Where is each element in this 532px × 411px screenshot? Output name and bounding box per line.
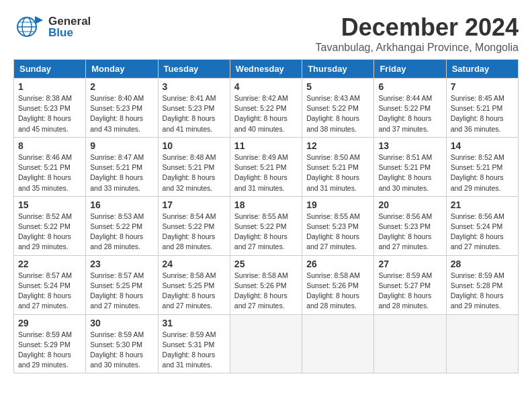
day-detail: Sunrise: 8:40 AM Sunset: 5:23 PM Dayligh… [90,93,153,134]
day-number: 25 [234,259,298,269]
day-number: 4 [234,81,298,92]
calendar-cell: 8Sunrise: 8:46 AM Sunset: 5:21 PM Daylig… [14,137,86,196]
day-number: 28 [451,259,514,269]
day-number: 19 [306,199,369,210]
calendar-cell: 7Sunrise: 8:45 AM Sunset: 5:21 PM Daylig… [446,79,518,138]
logo-text: General Blue [48,15,91,38]
day-detail: Sunrise: 8:56 AM Sunset: 5:24 PM Dayligh… [451,212,514,253]
calendar-cell: 9Sunrise: 8:47 AM Sunset: 5:21 PM Daylig… [86,137,158,196]
calendar-cell: 21Sunrise: 8:56 AM Sunset: 5:24 PM Dayli… [446,196,518,255]
day-number: 13 [378,140,441,151]
day-number: 22 [18,259,81,269]
calendar-cell: 27Sunrise: 8:59 AM Sunset: 5:27 PM Dayli… [374,255,446,314]
calendar-cell: 31Sunrise: 8:59 AM Sunset: 5:31 PM Dayli… [158,314,230,373]
day-detail: Sunrise: 8:59 AM Sunset: 5:30 PM Dayligh… [90,330,153,371]
calendar-header-tuesday: Tuesday [158,60,230,79]
day-detail: Sunrise: 8:53 AM Sunset: 5:22 PM Dayligh… [90,212,153,253]
day-number: 11 [234,140,298,151]
day-number: 20 [378,199,441,210]
calendar-cell: 4Sunrise: 8:42 AM Sunset: 5:22 PM Daylig… [230,79,302,138]
calendar-cell [446,314,518,373]
calendar-cell: 30Sunrise: 8:59 AM Sunset: 5:30 PM Dayli… [86,314,158,373]
day-detail: Sunrise: 8:52 AM Sunset: 5:22 PM Dayligh… [18,212,81,253]
logo-general-text: General [48,15,91,27]
calendar-cell: 19Sunrise: 8:55 AM Sunset: 5:23 PM Dayli… [302,196,374,255]
day-number: 7 [451,81,514,92]
calendar-cell: 5Sunrise: 8:43 AM Sunset: 5:22 PM Daylig… [302,79,374,138]
day-detail: Sunrise: 8:49 AM Sunset: 5:21 PM Dayligh… [234,152,298,193]
calendar-cell: 20Sunrise: 8:56 AM Sunset: 5:23 PM Dayli… [374,196,446,255]
page-header: General Blue December 2024 Tavanbulag, A… [13,13,519,54]
calendar-cell: 12Sunrise: 8:50 AM Sunset: 5:21 PM Dayli… [302,137,374,196]
calendar-header-thursday: Thursday [302,60,374,79]
day-detail: Sunrise: 8:57 AM Sunset: 5:24 PM Dayligh… [18,271,81,312]
calendar-cell [302,314,374,373]
day-number: 27 [378,259,441,269]
day-detail: Sunrise: 8:50 AM Sunset: 5:21 PM Dayligh… [306,152,369,193]
calendar-cell: 6Sunrise: 8:44 AM Sunset: 5:22 PM Daylig… [374,79,446,138]
day-detail: Sunrise: 8:51 AM Sunset: 5:21 PM Dayligh… [378,152,441,193]
calendar-cell: 26Sunrise: 8:58 AM Sunset: 5:26 PM Dayli… [302,255,374,314]
calendar-header-wednesday: Wednesday [230,60,302,79]
calendar-header-row: SundayMondayTuesdayWednesdayThursdayFrid… [14,60,519,79]
calendar-week-row: 1Sunrise: 8:38 AM Sunset: 5:23 PM Daylig… [14,79,519,138]
day-number: 30 [90,318,153,328]
svg-marker-5 [35,16,43,24]
calendar-cell: 2Sunrise: 8:40 AM Sunset: 5:23 PM Daylig… [86,79,158,138]
day-number: 15 [18,199,81,210]
day-detail: Sunrise: 8:55 AM Sunset: 5:22 PM Dayligh… [234,212,298,253]
day-detail: Sunrise: 8:59 AM Sunset: 5:31 PM Dayligh… [163,330,226,371]
day-number: 21 [451,199,514,210]
day-detail: Sunrise: 8:43 AM Sunset: 5:22 PM Dayligh… [306,93,369,134]
day-detail: Sunrise: 8:46 AM Sunset: 5:21 PM Dayligh… [18,152,81,193]
day-number: 12 [306,140,369,151]
calendar-cell [230,314,302,373]
calendar-cell: 17Sunrise: 8:54 AM Sunset: 5:22 PM Dayli… [158,196,230,255]
day-detail: Sunrise: 8:58 AM Sunset: 5:26 PM Dayligh… [234,271,298,312]
day-detail: Sunrise: 8:56 AM Sunset: 5:23 PM Dayligh… [378,212,441,253]
day-detail: Sunrise: 8:52 AM Sunset: 5:21 PM Dayligh… [451,152,514,193]
day-number: 17 [163,199,226,210]
day-number: 16 [90,199,153,210]
calendar-header-friday: Friday [374,60,446,79]
calendar-cell: 24Sunrise: 8:58 AM Sunset: 5:25 PM Dayli… [158,255,230,314]
day-detail: Sunrise: 8:47 AM Sunset: 5:21 PM Dayligh… [90,152,153,193]
calendar-cell: 23Sunrise: 8:57 AM Sunset: 5:25 PM Dayli… [86,255,158,314]
day-number: 6 [378,81,441,92]
day-number: 5 [306,81,369,92]
calendar-cell [374,314,446,373]
day-detail: Sunrise: 8:57 AM Sunset: 5:25 PM Dayligh… [90,271,153,312]
title-area: December 2024 Tavanbulag, Arkhangai Prov… [316,13,519,54]
day-number: 14 [451,140,514,151]
logo-icon [13,13,46,40]
day-number: 26 [306,259,369,269]
calendar-header-monday: Monday [86,60,158,79]
calendar-cell: 13Sunrise: 8:51 AM Sunset: 5:21 PM Dayli… [374,137,446,196]
calendar-cell: 18Sunrise: 8:55 AM Sunset: 5:22 PM Dayli… [230,196,302,255]
day-number: 9 [90,140,153,151]
day-number: 8 [18,140,81,151]
day-detail: Sunrise: 8:59 AM Sunset: 5:29 PM Dayligh… [18,330,81,371]
day-detail: Sunrise: 8:48 AM Sunset: 5:21 PM Dayligh… [163,152,226,193]
calendar-cell: 29Sunrise: 8:59 AM Sunset: 5:29 PM Dayli… [14,314,86,373]
month-title: December 2024 [316,13,519,42]
day-number: 31 [163,318,226,328]
day-number: 29 [18,318,81,328]
calendar-cell: 3Sunrise: 8:41 AM Sunset: 5:23 PM Daylig… [158,79,230,138]
calendar-week-row: 8Sunrise: 8:46 AM Sunset: 5:21 PM Daylig… [14,137,519,196]
calendar-week-row: 29Sunrise: 8:59 AM Sunset: 5:29 PM Dayli… [14,314,519,373]
day-detail: Sunrise: 8:59 AM Sunset: 5:28 PM Dayligh… [451,271,514,312]
day-number: 23 [90,259,153,269]
day-number: 3 [163,81,226,92]
calendar-cell: 15Sunrise: 8:52 AM Sunset: 5:22 PM Dayli… [14,196,86,255]
calendar-cell: 11Sunrise: 8:49 AM Sunset: 5:21 PM Dayli… [230,137,302,196]
calendar-table: SundayMondayTuesdayWednesdayThursdayFrid… [13,59,519,373]
day-detail: Sunrise: 8:58 AM Sunset: 5:25 PM Dayligh… [163,271,226,312]
calendar-cell: 1Sunrise: 8:38 AM Sunset: 5:23 PM Daylig… [14,79,86,138]
calendar-cell: 25Sunrise: 8:58 AM Sunset: 5:26 PM Dayli… [230,255,302,314]
calendar-header-sunday: Sunday [14,60,86,79]
day-number: 24 [163,259,226,269]
day-detail: Sunrise: 8:54 AM Sunset: 5:22 PM Dayligh… [163,212,226,253]
calendar-week-row: 22Sunrise: 8:57 AM Sunset: 5:24 PM Dayli… [14,255,519,314]
day-detail: Sunrise: 8:45 AM Sunset: 5:21 PM Dayligh… [451,93,514,134]
